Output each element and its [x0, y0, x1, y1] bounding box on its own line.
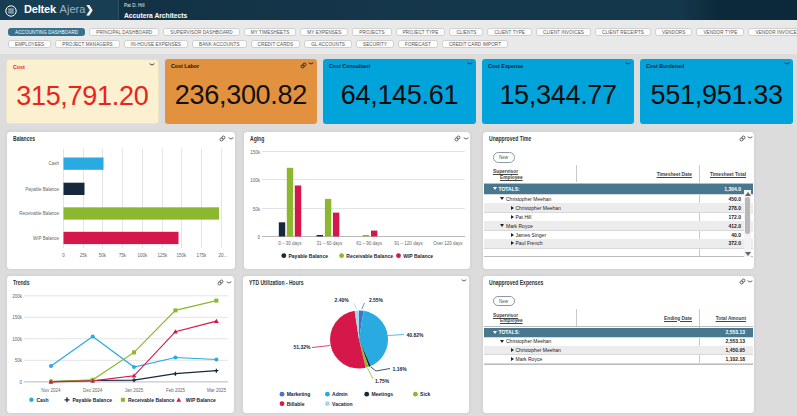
svg-text:31 – 60 days: 31 – 60 days: [316, 241, 343, 246]
svg-text:Payable Balance: Payable Balance: [73, 396, 113, 402]
svg-text:Vacation: Vacation: [332, 400, 353, 406]
svg-text:20...: 20...: [218, 253, 227, 258]
svg-text:Feb 2025: Feb 2025: [166, 387, 186, 392]
svg-text:1.75%: 1.75%: [375, 378, 390, 384]
svg-text:Receivable Balance: Receivable Balance: [346, 253, 393, 259]
svg-text:50k: 50k: [253, 207, 261, 212]
svg-text:25k: 25k: [79, 253, 87, 258]
svg-text:Meetings: Meetings: [371, 391, 393, 397]
svg-text:150k: 150k: [176, 253, 187, 258]
svg-text:Cash: Cash: [36, 396, 48, 402]
svg-text:Receivable Balance: Receivable Balance: [128, 396, 175, 402]
svg-text:51.32%: 51.32%: [294, 344, 312, 350]
svg-text:100k: 100k: [250, 178, 261, 183]
svg-text:50k: 50k: [98, 253, 106, 258]
svg-text:WIP Balance: WIP Balance: [33, 235, 59, 240]
svg-text:Billable: Billable: [287, 400, 305, 406]
svg-text:Dec 2024: Dec 2024: [83, 387, 103, 392]
svg-text:175k: 175k: [196, 253, 207, 258]
svg-text:WIP Balance: WIP Balance: [186, 396, 216, 402]
svg-text:200k: 200k: [12, 293, 23, 298]
svg-text:WIP Balance: WIP Balance: [403, 253, 433, 259]
svg-text:100k: 100k: [137, 253, 148, 258]
svg-text:Nov 2024: Nov 2024: [41, 387, 61, 392]
svg-text:Cash: Cash: [48, 161, 59, 166]
svg-text:Sick: Sick: [420, 391, 431, 397]
svg-text:75k: 75k: [118, 253, 126, 258]
svg-text:Admin: Admin: [332, 391, 348, 397]
svg-text:Payable Balance: Payable Balance: [289, 253, 329, 259]
svg-text:2.40%: 2.40%: [335, 296, 350, 302]
svg-text:Mar 2025: Mar 2025: [207, 387, 227, 392]
svg-text:Over 120 days: Over 120 days: [433, 241, 463, 246]
svg-text:1.16%: 1.16%: [393, 365, 408, 371]
svg-text:0: 0: [19, 379, 22, 384]
svg-text:100k: 100k: [12, 336, 23, 341]
svg-text:Marketing: Marketing: [287, 391, 311, 397]
svg-text:0: 0: [62, 253, 65, 258]
svg-text:150k: 150k: [12, 315, 23, 320]
svg-text:91 – 120 days: 91 – 120 days: [394, 241, 423, 246]
svg-text:Jan 2025: Jan 2025: [125, 387, 144, 392]
svg-text:61 – 90 days: 61 – 90 days: [356, 241, 383, 246]
svg-text:150k: 150k: [250, 150, 261, 155]
svg-text:40.82%: 40.82%: [407, 331, 425, 337]
svg-text:50k: 50k: [15, 358, 23, 363]
svg-text:2.55%: 2.55%: [369, 296, 384, 302]
svg-text:Payable Balance: Payable Balance: [25, 186, 59, 191]
svg-text:0 – 30 days: 0 – 30 days: [278, 241, 302, 246]
svg-text:Receivable Balance: Receivable Balance: [19, 211, 59, 216]
svg-text:0: 0: [257, 235, 260, 240]
svg-text:125k: 125k: [157, 253, 168, 258]
